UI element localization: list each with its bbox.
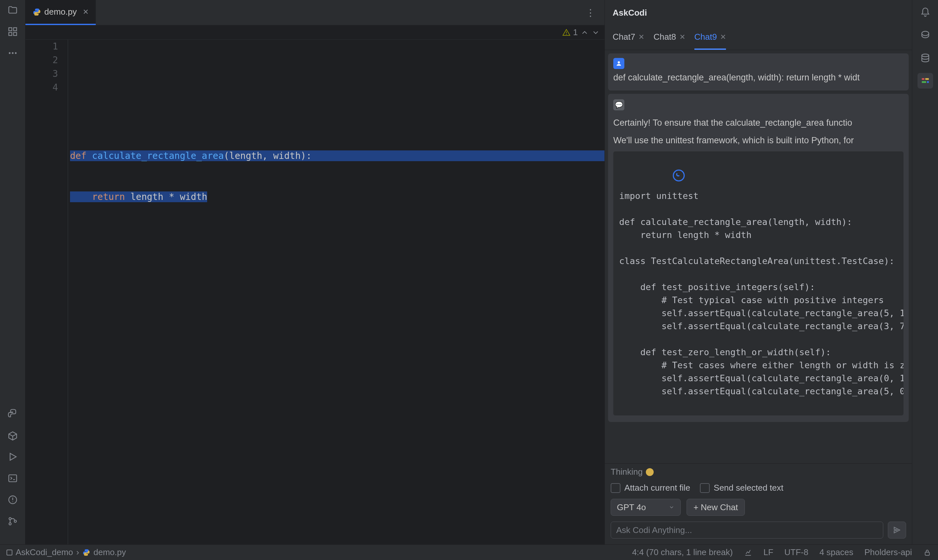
code-block-content: import unittest def calculate_rectangle_… xyxy=(619,191,904,396)
tab-filename: demo.py xyxy=(44,7,77,17)
cursor-position[interactable]: 4:4 (70 chars, 1 line break) xyxy=(632,547,733,557)
editor-body[interactable]: 1 2 3 4 def calculate_rectangle_area(len… xyxy=(25,40,604,545)
editor-info-line: 1 xyxy=(25,25,604,40)
user-message-text: def calculate_rectangle_area(length, wid… xyxy=(613,71,904,84)
python-badge-icon xyxy=(672,169,685,182)
svg-point-4 xyxy=(9,52,11,54)
send-button[interactable] xyxy=(888,522,906,538)
code-area[interactable]: def calculate_rectangle_area(length, wid… xyxy=(68,40,604,545)
encoding[interactable]: UTF-8 xyxy=(784,547,809,557)
chat-tab-7[interactable]: Chat7 ✕ xyxy=(613,25,644,50)
svg-rect-0 xyxy=(9,28,12,31)
thinking-label: Thinking xyxy=(611,467,642,477)
tab-close-icon[interactable]: ✕ xyxy=(83,8,89,16)
code-block: import unittest def calculate_rectangle_… xyxy=(613,151,904,415)
svg-marker-7 xyxy=(10,453,16,460)
bot-paragraph: Certainly! To ensure that the calculate_… xyxy=(613,116,904,129)
interpreter[interactable]: Pholders-api xyxy=(864,547,912,557)
notifications-icon[interactable] xyxy=(918,5,933,20)
close-icon[interactable]: ✕ xyxy=(679,33,685,42)
chat-scroll[interactable]: def calculate_rectangle_area(length, wid… xyxy=(605,50,912,463)
chart-icon[interactable] xyxy=(744,548,752,557)
services-icon[interactable] xyxy=(6,451,19,463)
chat-footer: Thinking Attach current file Send select… xyxy=(605,463,912,545)
askcodi-tool-icon[interactable] xyxy=(918,73,933,89)
svg-rect-2 xyxy=(9,32,12,35)
svg-rect-18 xyxy=(922,81,926,83)
tab-options-icon[interactable]: ⋮ xyxy=(582,7,599,18)
structure-icon[interactable] xyxy=(6,25,19,38)
svg-rect-19 xyxy=(927,81,929,83)
askcodi-tabs: Chat7 ✕ Chat8 ✕ Chat9 ✕ xyxy=(605,25,912,50)
bot-paragraph: We'll use the unittest framework, which … xyxy=(613,134,904,147)
terminal-icon[interactable] xyxy=(6,472,19,485)
svg-point-15 xyxy=(922,54,929,57)
user-avatar xyxy=(613,58,624,69)
svg-point-13 xyxy=(618,61,620,63)
close-icon[interactable]: ✕ xyxy=(720,33,726,42)
new-chat-button[interactable]: + New Chat xyxy=(687,499,745,516)
python-file-icon xyxy=(82,549,90,557)
model-selected-value: GPT 4o xyxy=(617,502,646,512)
folder-icon[interactable] xyxy=(6,4,19,16)
svg-rect-3 xyxy=(13,32,16,35)
svg-point-11 xyxy=(9,523,11,525)
askcodi-title: AskCodi xyxy=(605,0,912,25)
database-icon[interactable] xyxy=(918,50,933,66)
code-line xyxy=(68,108,604,122)
chevron-down-icon[interactable] xyxy=(591,28,600,37)
line-number: 4 xyxy=(25,81,58,94)
ai-assistant-icon[interactable] xyxy=(918,27,933,43)
more-icon[interactable] xyxy=(6,47,19,59)
chevron-up-icon[interactable] xyxy=(581,28,589,37)
svg-rect-16 xyxy=(922,78,924,80)
svg-rect-17 xyxy=(925,78,929,80)
checkbox-box-icon xyxy=(700,483,710,493)
chat-tab-9[interactable]: Chat9 ✕ xyxy=(695,25,726,50)
breadcrumb-project: AskCodi_demo xyxy=(15,547,73,557)
chevron-right-icon: › xyxy=(76,547,79,557)
right-tool-bar xyxy=(912,0,938,545)
code-line: return length * width xyxy=(68,190,604,204)
packages-icon[interactable] xyxy=(6,429,19,442)
python-console-icon[interactable] xyxy=(6,408,19,420)
user-message: def calculate_rectangle_area(length, wid… xyxy=(608,53,909,91)
lock-icon[interactable] xyxy=(923,548,932,557)
send-selected-label: Send selected text xyxy=(713,483,783,493)
breadcrumb[interactable]: AskCodi_demo › demo.py xyxy=(6,547,126,557)
checkbox-box-icon xyxy=(611,483,621,493)
model-select[interactable]: GPT 4o xyxy=(611,499,681,516)
close-icon[interactable]: ✕ xyxy=(638,33,644,42)
project-icon xyxy=(6,549,12,555)
breadcrumb-file: demo.py xyxy=(94,547,126,557)
editor-tab-demo[interactable]: demo.py ✕ xyxy=(25,0,96,25)
thinking-dot-icon xyxy=(646,468,654,476)
svg-point-10 xyxy=(9,518,11,520)
thinking-indicator: Thinking xyxy=(611,467,906,477)
problems-icon[interactable] xyxy=(6,494,19,506)
chat-tab-label: Chat7 xyxy=(613,32,635,42)
chat-input[interactable] xyxy=(611,522,883,538)
status-bar: AskCodi_demo › demo.py 4:4 (70 chars, 1 … xyxy=(0,545,938,560)
line-separator[interactable]: LF xyxy=(764,547,773,557)
attach-file-checkbox[interactable]: Attach current file xyxy=(611,483,690,493)
editor-tab-bar: demo.py ✕ ⋮ xyxy=(25,0,604,25)
chat-tab-8[interactable]: Chat8 ✕ xyxy=(653,25,685,50)
send-selected-checkbox[interactable]: Send selected text xyxy=(700,483,783,493)
editor-gutter: 1 2 3 4 xyxy=(25,40,68,545)
bot-message: 💬 Certainly! To ensure that the calculat… xyxy=(608,94,909,422)
attach-file-label: Attach current file xyxy=(624,483,690,493)
indent[interactable]: 4 spaces xyxy=(819,547,853,557)
code-line xyxy=(68,67,604,81)
svg-point-12 xyxy=(14,520,16,523)
editor-pane: demo.py ✕ ⋮ 1 1 2 3 4 def calculate xyxy=(25,0,604,545)
bot-avatar: 💬 xyxy=(613,99,624,110)
chat-tab-label: Chat8 xyxy=(653,32,676,42)
activity-bar xyxy=(0,0,25,545)
svg-point-6 xyxy=(15,52,16,54)
line-number: 1 xyxy=(25,40,58,53)
warning-count: 1 xyxy=(573,27,578,37)
send-icon xyxy=(893,526,901,534)
version-control-icon[interactable] xyxy=(6,515,19,528)
code-line: def calculate_rectangle_area(length, wid… xyxy=(68,149,604,163)
